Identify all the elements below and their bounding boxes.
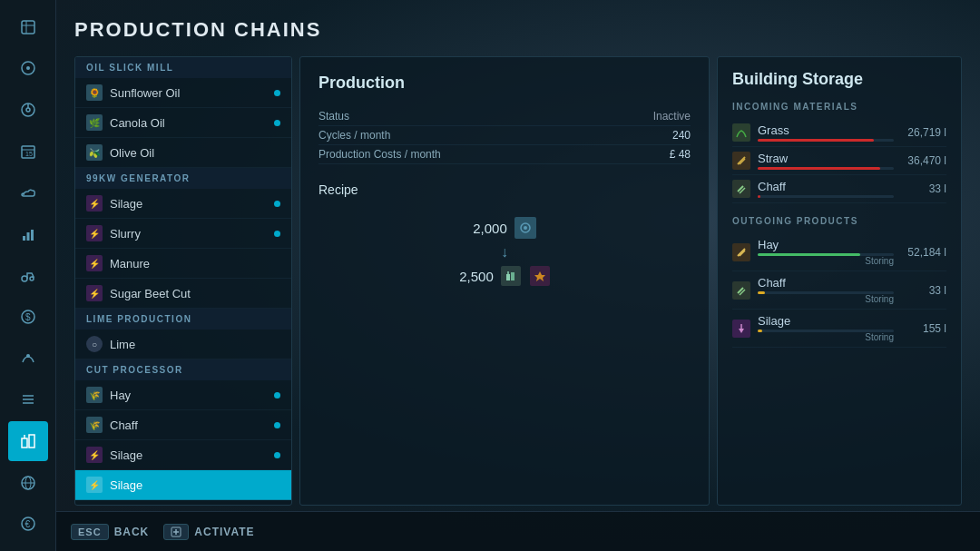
- silage-active-icon: ⚡: [86, 477, 103, 493]
- recipe-input-amount: 2,000: [473, 221, 507, 236]
- svg-point-6: [26, 108, 30, 112]
- chain-item-silage-active[interactable]: ⚡ Silage: [75, 470, 291, 500]
- grass-bar: [758, 139, 874, 142]
- straw-info: Straw: [758, 152, 894, 170]
- chaff-out-icon: [732, 281, 750, 300]
- chain-item-silage-gen[interactable]: ⚡ Silage: [75, 189, 291, 219]
- back-button[interactable]: ESC BACK: [71, 524, 149, 540]
- recipe-output-amount: 2,500: [459, 269, 494, 284]
- recipe-output: 2,500: [459, 266, 550, 286]
- chain-label-olive-oil: Olive Oil: [110, 146, 280, 160]
- sugar-beet-icon: ⚡: [86, 285, 103, 301]
- slurry-icon: ⚡: [86, 225, 103, 241]
- storage-title: Building Storage: [732, 70, 946, 89]
- chain-dot-slurry: [274, 231, 280, 237]
- sidebar-item-map[interactable]: [8, 7, 48, 47]
- outgoing-section-title: OUTGOING PRODUCTS: [732, 216, 946, 226]
- svg-rect-12: [26, 232, 29, 241]
- chaff-in-info: Chaff: [758, 180, 894, 198]
- chain-item-lime[interactable]: ○ Lime: [75, 330, 291, 359]
- chain-item-manure[interactable]: ⚡ Manure: [75, 249, 291, 279]
- production-detail-panel: Production Status Inactive Cycles / mont…: [299, 56, 710, 506]
- storage-item-hay-out: Hay Storing 52,184 l: [732, 233, 946, 271]
- sidebar-item-animals[interactable]: [8, 339, 48, 379]
- chain-item-slurry[interactable]: ⚡ Slurry: [75, 219, 291, 249]
- production-stats: Status Inactive Cycles / month 240 Produ…: [318, 107, 691, 164]
- lime-icon: ○: [86, 336, 103, 352]
- storage-item-silage-out: Silage Storing 155 l: [732, 310, 946, 348]
- chain-item-silage-cut[interactable]: ⚡ Silage: [75, 440, 291, 470]
- svg-point-18: [26, 354, 30, 358]
- svg-rect-22: [22, 438, 27, 448]
- svg-rect-33: [511, 272, 514, 280]
- chain-dot-canola-oil: [274, 120, 280, 126]
- back-label: BACK: [114, 526, 150, 538]
- straw-icon: [732, 152, 750, 170]
- silage-out-name: Silage: [758, 314, 894, 328]
- chain-item-hay[interactable]: 🌾 Hay: [75, 380, 291, 410]
- incoming-materials-section: INCOMING MATERIALS Grass 26,719 l: [732, 102, 946, 203]
- silage-out-info: Silage Storing: [758, 314, 894, 342]
- sidebar-item-tractor[interactable]: [8, 256, 48, 296]
- recipe-title: Recipe: [318, 182, 691, 197]
- section-header-lime: LIME PRODUCTION: [75, 309, 291, 330]
- grass-name: Grass: [758, 123, 894, 137]
- manure-icon: ⚡: [86, 255, 103, 271]
- chain-item-canola-oil[interactable]: 🌿 Canola Oil: [75, 108, 291, 138]
- silage-out-status: Storing: [758, 332, 894, 342]
- silage-cut-icon: ⚡: [86, 447, 103, 463]
- svg-text:15: 15: [25, 151, 33, 157]
- sidebar-item-euro[interactable]: €: [8, 504, 48, 544]
- chain-label-canola-oil: Canola Oil: [110, 116, 267, 130]
- chaff-out-name: Chaff: [758, 276, 894, 290]
- straw-bar: [758, 167, 880, 170]
- storage-item-grass: Grass 26,719 l: [732, 119, 946, 147]
- activate-button[interactable]: ACTIVATE: [163, 524, 254, 540]
- sidebar-item-money[interactable]: $: [8, 297, 48, 337]
- chain-label-silage-gen: Silage: [110, 197, 267, 211]
- chain-dot-sunflower-oil: [274, 90, 280, 96]
- chain-label-silage-active: Silage: [110, 478, 280, 492]
- sidebar-item-missions[interactable]: [8, 379, 48, 419]
- sidebar-item-calendar[interactable]: 15: [8, 132, 48, 172]
- chain-item-chaff[interactable]: 🌾 Chaff: [75, 410, 291, 440]
- straw-bar-container: [758, 167, 894, 170]
- grass-info: Grass: [758, 123, 894, 142]
- hay-out-name: Hay: [758, 238, 894, 251]
- chain-item-sunflower-oil[interactable]: 🌻 Sunflower Oil: [75, 78, 291, 108]
- sidebar-item-steering[interactable]: [8, 90, 48, 130]
- recipe-arrow: ↓: [501, 244, 508, 261]
- chaff-in-amount: 33 l: [901, 182, 946, 195]
- svg-point-14: [22, 276, 27, 281]
- production-panel-title: Production: [318, 74, 691, 93]
- stat-label-status: Status: [318, 110, 349, 123]
- chain-dot-hay: [274, 392, 280, 398]
- straw-amount: 36,470 l: [901, 154, 946, 167]
- chain-label-hay: Hay: [110, 389, 267, 402]
- chain-item-sugar-beet-cut[interactable]: ⚡ Sugar Beet Cut: [75, 279, 291, 309]
- chain-label-silage-cut: Silage: [110, 448, 267, 462]
- sidebar: 15 $: [0, 0, 56, 551]
- chaff-out-amount: 33 l: [901, 284, 946, 297]
- straw-name: Straw: [758, 152, 894, 165]
- hay-out-status: Storing: [758, 256, 894, 266]
- svg-rect-32: [506, 274, 510, 280]
- sidebar-item-compass[interactable]: [8, 49, 48, 89]
- chain-item-olive-oil[interactable]: 🫒 Olive Oil: [75, 138, 291, 168]
- silage-gen-icon: ⚡: [86, 195, 103, 212]
- hay-out-info: Hay Storing: [758, 238, 894, 266]
- canola-oil-icon: 🌿: [86, 114, 103, 131]
- chain-label-lime: Lime: [110, 338, 280, 351]
- sidebar-item-chart[interactable]: [8, 214, 48, 254]
- silage-out-amount: 155 l: [901, 322, 946, 335]
- svg-point-4: [26, 66, 30, 70]
- sidebar-item-production[interactable]: [8, 421, 48, 461]
- chaff-in-bar-container: [758, 195, 894, 198]
- section-header-oil-slick-mill: OIL SLICK MILL: [75, 57, 291, 78]
- svg-rect-11: [23, 236, 25, 241]
- sidebar-item-globe[interactable]: [8, 463, 48, 503]
- stat-value-costs: £ 48: [670, 148, 691, 161]
- chaff-in-icon: [732, 180, 750, 198]
- hay-out-amount: 52,184 l: [901, 246, 946, 259]
- sidebar-item-weather[interactable]: [8, 172, 48, 212]
